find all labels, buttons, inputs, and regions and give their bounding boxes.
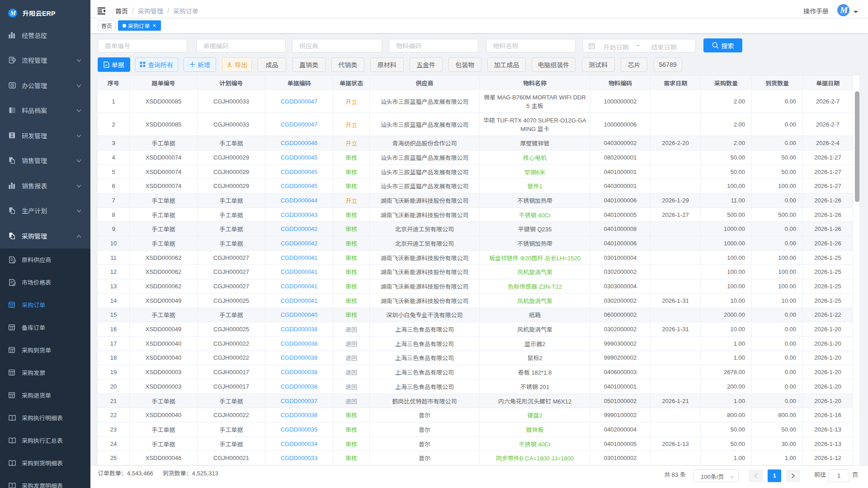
svg-text:M: M: [840, 5, 848, 15]
svg-text:M: M: [10, 10, 16, 17]
